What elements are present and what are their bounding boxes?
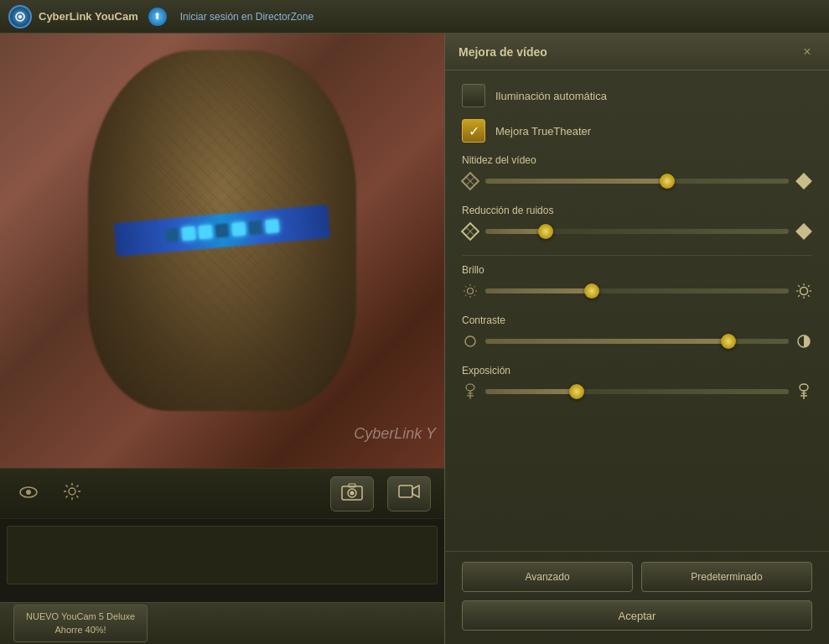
noise-max-icon	[795, 223, 812, 240]
exposure-section: Exposición	[462, 365, 812, 400]
svg-point-43	[800, 384, 808, 391]
eye-icon	[19, 485, 38, 502]
exposure-thumb[interactable]	[569, 384, 584, 399]
video-icon	[398, 483, 420, 504]
noise-section: Reducción de ruidos	[462, 205, 812, 240]
contrast-section: Contraste	[462, 314, 812, 350]
noise-track[interactable]	[485, 229, 789, 234]
svg-rect-17	[399, 486, 412, 497]
advanced-button[interactable]: Avanzado	[462, 562, 633, 592]
svg-line-33	[798, 285, 800, 287]
camera-controls	[0, 468, 444, 518]
truetheater-checkbox[interactable]: ✓	[462, 119, 485, 143]
sash-light-7	[265, 219, 279, 233]
settings-button[interactable]	[57, 479, 87, 509]
photo-capture-button[interactable]	[330, 476, 374, 512]
accept-button[interactable]: Aceptar	[462, 600, 812, 631]
noise-fill	[485, 229, 546, 234]
camera-panel: CyberLink Y	[0, 34, 444, 644]
svg-point-4	[69, 488, 75, 495]
video-enhancement-dialog: Mejora de vídeo × Iluminación automática…	[444, 34, 829, 644]
footer-buttons: Avanzado Predeterminado	[462, 562, 812, 592]
contrast-max-icon	[795, 333, 812, 350]
note-input[interactable]	[7, 526, 438, 584]
brightness-thumb[interactable]	[584, 283, 599, 299]
sharpness-max-icon	[795, 173, 812, 190]
exposure-fill	[485, 389, 577, 394]
camera-view: CyberLink Y	[0, 34, 444, 468]
noise-min-icon	[462, 223, 479, 240]
sash-light-6	[248, 221, 262, 235]
creature-figure	[88, 50, 356, 411]
login-link[interactable]: Iniciar sesión en DirectorZone	[180, 11, 313, 23]
gear-icon	[63, 482, 81, 505]
svg-point-16	[350, 491, 355, 496]
truetheater-label: Mejora TrueTheater	[495, 125, 591, 138]
brightness-slider-row	[462, 283, 812, 299]
main-content: CyberLink Y	[0, 34, 829, 644]
svg-point-39	[466, 384, 474, 391]
exposure-min-icon	[462, 383, 479, 400]
dialog-footer: Avanzado Predeterminado Aceptar	[445, 551, 829, 644]
dialog-body: Iluminación automática ✓ Mejora TrueThea…	[445, 70, 829, 551]
sharpness-section: Nitidez del vídeo	[462, 154, 812, 190]
brightness-fill	[485, 288, 592, 293]
sharpness-track[interactable]	[485, 179, 789, 184]
sharpness-thumb[interactable]	[660, 174, 675, 189]
noise-label: Reducción de ruidos	[462, 205, 812, 216]
promo-badge[interactable]: NUEVO YouCam 5 Deluxe Ahorre 40%!	[13, 605, 148, 642]
svg-line-34	[808, 295, 810, 297]
promo-bar: NUEVO YouCam 5 Deluxe Ahorre 40%!	[0, 602, 444, 644]
svg-line-36	[798, 295, 800, 297]
close-button[interactable]: ×	[799, 44, 816, 60]
creature-body	[88, 50, 356, 411]
svg-point-37	[465, 336, 475, 346]
exposure-label: Exposición	[462, 365, 812, 377]
svg-point-1	[18, 15, 22, 18]
auto-illumination-row: Iluminación automática	[462, 84, 812, 107]
update-icon[interactable]: ⬆	[148, 8, 167, 26]
sash-lights	[157, 215, 287, 246]
sash-light-1	[165, 228, 179, 242]
app-window: CyberLink YouCam ⬆ Iniciar sesión en Dir…	[0, 0, 829, 644]
app-logo	[8, 5, 32, 29]
promo-line2: Ahorre 40%!	[26, 624, 135, 636]
svg-line-12	[66, 496, 68, 497]
noise-slider-row	[462, 223, 812, 240]
sharpness-label: Nitidez del vídeo	[462, 154, 812, 166]
exposure-slider-row	[462, 383, 812, 400]
camera-icon	[341, 482, 363, 505]
svg-line-26	[474, 286, 475, 287]
dialog-header: Mejora de vídeo ×	[445, 34, 829, 70]
camera-feed: CyberLink Y	[0, 34, 444, 468]
auto-illumination-checkbox[interactable]	[462, 84, 485, 107]
exposure-track[interactable]	[485, 389, 789, 394]
contrast-min-icon	[462, 333, 479, 350]
app-title: CyberLink YouCam	[39, 10, 138, 23]
contrast-slider-row	[462, 333, 812, 350]
default-button[interactable]: Predeterminado	[641, 562, 812, 592]
auto-illumination-label: Iluminación automática	[495, 90, 607, 102]
promo-line1: NUEVO YouCam 5 Deluxe	[26, 610, 135, 623]
svg-rect-15	[349, 484, 355, 487]
video-capture-button[interactable]	[387, 476, 431, 512]
contrast-track[interactable]	[485, 339, 789, 344]
eye-button[interactable]	[13, 479, 44, 509]
brightness-label: Brillo	[462, 264, 812, 276]
brightness-track[interactable]	[485, 288, 789, 293]
svg-line-10	[76, 496, 78, 497]
svg-line-25	[474, 295, 475, 296]
svg-marker-18	[412, 486, 419, 497]
noise-thumb[interactable]	[538, 224, 553, 239]
brightness-min-icon	[462, 283, 479, 299]
contrast-label: Contraste	[462, 314, 812, 326]
dialog-title: Mejora de vídeo	[459, 45, 547, 59]
brightness-section: Brillo	[462, 264, 812, 299]
sash-light-5	[231, 222, 246, 236]
contrast-thumb[interactable]	[721, 334, 736, 349]
separator-1	[462, 255, 812, 256]
checkmark-icon: ✓	[469, 123, 479, 139]
sash-light-3	[198, 225, 212, 239]
sash-light-4	[215, 223, 229, 237]
brightness-max-icon	[795, 283, 812, 299]
